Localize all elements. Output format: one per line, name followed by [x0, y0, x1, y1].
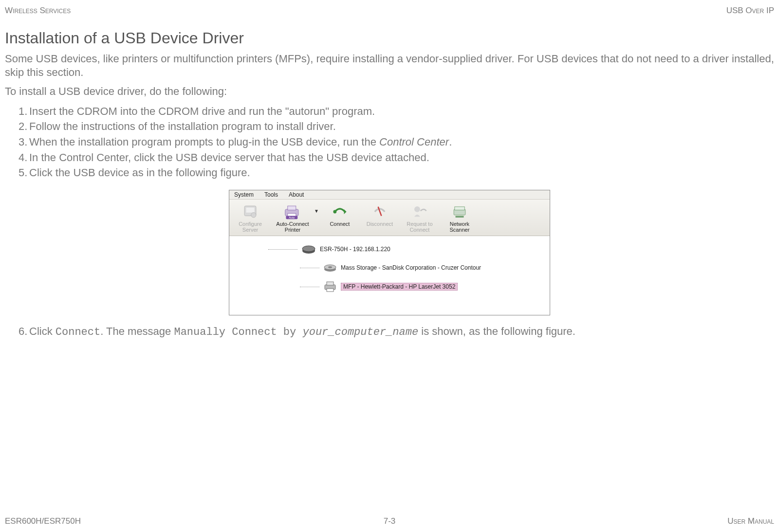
auto-connect-label-1: Auto-Connect	[276, 221, 309, 227]
svg-rect-14	[455, 216, 464, 217]
network-scanner-label-2: Scanner	[449, 227, 469, 233]
step-6-text-d: Manually Connect by	[174, 326, 302, 338]
tree-connector	[268, 249, 297, 250]
network-scanner-button[interactable]: Network Scanner	[441, 202, 479, 234]
svg-point-9	[333, 210, 336, 214]
step-4-text: In the Control Center, click the USB dev…	[29, 151, 429, 164]
svg-rect-22	[327, 289, 334, 292]
configure-server-label-2: Server	[242, 227, 258, 233]
menubar: System Tools About	[229, 190, 550, 200]
configure-server-label-1: Configure	[239, 221, 262, 227]
page-title: Installation of a USB Device Driver	[5, 29, 774, 47]
auto-connect-printer-button[interactable]: Auto Auto-Connect Printer	[271, 202, 314, 234]
header-left-text: Wireless Services	[5, 6, 71, 16]
footer-page-number: 7-3	[384, 516, 396, 526]
tree-server-label: ESR-750H - 192.168.1.220	[320, 246, 390, 253]
configure-server-icon	[241, 203, 260, 220]
connect-button[interactable]: Connect	[321, 202, 359, 234]
control-center-window: System Tools About Configure Server	[229, 190, 550, 315]
svg-rect-4	[288, 206, 296, 210]
step-3-text-c: .	[449, 136, 452, 148]
footer-left: ESR600H/ESR750H	[5, 516, 81, 526]
step-1: 1.Insert the CDROM into the CDROM drive …	[19, 104, 774, 119]
intro-paragraph: Some USB devices, like printers or multi…	[5, 52, 774, 79]
toolbar: Configure Server Auto Auto-Connect Print…	[229, 200, 550, 236]
svg-rect-1	[246, 207, 255, 212]
step-3-text-a: When the installation program prompts to…	[29, 136, 379, 148]
menu-system[interactable]: System	[234, 191, 254, 198]
tree-mfp-label: MFP - Hewlett-Packard - HP LaserJet 3052	[341, 283, 458, 291]
svg-rect-13	[455, 207, 464, 210]
footer-right: User Manual	[727, 516, 774, 526]
disconnect-label: Disconnect	[367, 221, 393, 227]
scanner-icon	[450, 203, 469, 220]
step-6-text-e: your_computer_name	[302, 326, 418, 338]
step-3: 3.When the installation program prompts …	[19, 135, 774, 149]
storage-device-icon	[323, 262, 337, 273]
lead-paragraph: To install a USB device driver, do the f…	[5, 85, 774, 98]
network-scanner-label-1: Network	[450, 221, 469, 227]
step-6-text-b: Connect	[56, 326, 100, 338]
page-footer: ESR600H/ESR750H 7-3 User Manual	[5, 516, 774, 526]
disconnect-button: Disconnect	[361, 202, 399, 234]
auto-connect-dropdown-icon[interactable]: ▼	[314, 208, 319, 214]
printer-auto-icon: Auto	[283, 203, 302, 220]
svg-point-16	[302, 246, 315, 252]
step-6: 6.Click Connect. The message Manually Co…	[19, 324, 774, 340]
auto-connect-label-2: Printer	[285, 227, 300, 233]
step-4: 4.In the Control Center, click the USB d…	[19, 150, 774, 165]
tree-server-row[interactable]: ESR-750H - 192.168.1.220	[234, 244, 545, 255]
svg-point-19	[328, 266, 332, 268]
connect-label: Connect	[330, 221, 350, 227]
menu-about[interactable]: About	[289, 191, 304, 198]
request-connect-button: Request to Connect	[401, 202, 439, 234]
device-tree: ESR-750H - 192.168.1.220 Mass Storage - …	[229, 236, 550, 315]
step-5: 5.Click the USB device as in the followi…	[19, 165, 774, 180]
connect-icon	[331, 203, 349, 220]
disconnect-icon	[371, 203, 389, 220]
step-6-text-f: is shown, as the following figure.	[418, 325, 575, 337]
request-connect-icon	[410, 203, 429, 220]
step-3-text-b: Control Center	[379, 136, 449, 148]
svg-text:Auto: Auto	[289, 216, 295, 219]
menu-tools[interactable]: Tools	[264, 191, 278, 198]
configure-server-button: Configure Server	[231, 202, 269, 234]
tree-connector	[300, 287, 319, 287]
tree-connector	[300, 268, 319, 268]
step-1-text: Insert the CDROM into the CDROM drive an…	[29, 105, 375, 117]
request-connect-label-2: Connect	[409, 227, 429, 233]
svg-rect-21	[327, 282, 334, 285]
step-5-text: Click the USB device as in the following…	[29, 166, 250, 179]
step-2-text: Follow the instructions of the installat…	[29, 120, 336, 132]
svg-point-2	[251, 213, 256, 218]
printer-device-icon	[323, 281, 337, 293]
tree-storage-label: Mass Storage - SanDisk Corporation - Cru…	[341, 264, 481, 271]
header-right-text: USB Over IP	[726, 6, 774, 16]
steps-list-continued: 6.Click Connect. The message Manually Co…	[5, 324, 774, 340]
tree-mfp-row[interactable]: MFP - Hewlett-Packard - HP LaserJet 3052	[234, 281, 545, 293]
server-device-icon	[301, 244, 316, 255]
steps-list: 1.Insert the CDROM into the CDROM drive …	[5, 104, 774, 180]
svg-point-11	[414, 206, 420, 212]
step-6-text-c: . The message	[100, 325, 174, 337]
request-connect-label-1: Request to	[407, 221, 432, 227]
svg-marker-8	[344, 209, 346, 214]
step-2: 2.Follow the instructions of the install…	[19, 119, 774, 134]
tree-storage-row[interactable]: Mass Storage - SanDisk Corporation - Cru…	[234, 262, 545, 273]
step-6-text-a: Click	[29, 325, 56, 337]
